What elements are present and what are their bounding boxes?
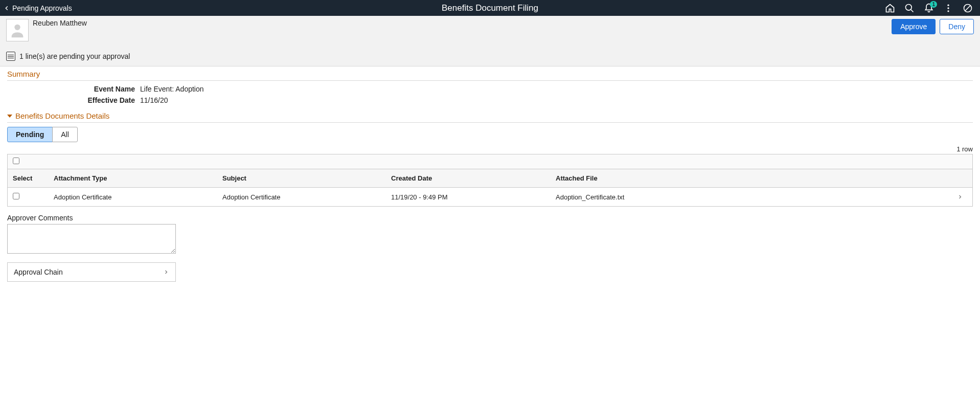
details-title: Benefits Documents Details <box>15 111 109 120</box>
svg-point-2 <box>947 4 949 6</box>
row-file: Adoption_Certificate.txt <box>551 188 952 206</box>
summary-event-row: Event Name Life Event: Adoption <box>7 85 973 93</box>
back-button[interactable]: Pending Approvals <box>3 4 72 12</box>
summary-date-row: Effective Date 11/16/20 <box>7 96 973 104</box>
row-subject: Adoption Certificate <box>217 188 386 206</box>
details-tabs: Pending All <box>7 127 973 142</box>
col-header-select: Select <box>8 169 49 187</box>
svg-point-7 <box>14 25 20 30</box>
search-button[interactable] <box>903 2 916 14</box>
event-name-label: Event Name <box>7 85 140 93</box>
select-all-checkbox[interactable] <box>13 158 19 164</box>
content: Summary Event Name Life Event: Adoption … <box>0 70 980 292</box>
table-row: Adoption Certificate Adoption Certificat… <box>8 188 972 206</box>
tab-pending[interactable]: Pending <box>7 127 53 142</box>
svg-line-1 <box>911 9 914 12</box>
approval-chain-chevron <box>163 269 169 275</box>
chevron-right-icon <box>957 194 963 200</box>
row-created: 11/19/20 - 9:49 PM <box>386 188 551 206</box>
documents-grid: Select Attachment Type Subject Created D… <box>7 154 973 207</box>
details-toggle[interactable]: Benefits Documents Details <box>7 111 973 120</box>
row-type: Adoption Certificate <box>49 188 217 206</box>
event-name-value: Life Event: Adoption <box>140 85 204 93</box>
subheader: Reuben Matthew Approve Deny 1 line(s) ar… <box>0 16 980 66</box>
chevron-left-icon <box>3 5 10 12</box>
row-checkbox[interactable] <box>13 193 19 199</box>
person-name: Reuben Matthew <box>33 19 87 27</box>
home-button[interactable] <box>884 2 896 14</box>
col-header-type: Attachment Type <box>49 169 217 187</box>
grid-selectall-row <box>8 154 972 169</box>
effective-date-label: Effective Date <box>7 96 140 104</box>
notifications-button[interactable]: 1 <box>923 2 935 14</box>
circle-slash-icon <box>963 3 973 13</box>
banner-actions: 1 <box>884 2 977 14</box>
more-button[interactable] <box>942 2 954 14</box>
person-row: Reuben Matthew Approve Deny <box>6 19 974 41</box>
kebab-icon <box>943 3 953 13</box>
svg-point-0 <box>906 4 912 10</box>
person-icon <box>9 21 26 39</box>
chevron-right-icon <box>163 269 169 275</box>
col-header-file: Attached File <box>551 169 952 187</box>
approve-button[interactable]: Approve <box>892 19 936 34</box>
search-icon <box>904 3 915 13</box>
home-icon <box>885 3 895 13</box>
svg-point-3 <box>947 7 949 9</box>
row-select-cell <box>8 188 49 206</box>
comments-textarea[interactable] <box>7 224 176 254</box>
pending-notice: 1 line(s) are pending your approval <box>19 52 130 60</box>
svg-line-6 <box>965 6 970 11</box>
summary-rule <box>7 80 973 81</box>
page-title: Benefits Document Filing <box>442 3 538 13</box>
pending-bar: 1 line(s) are pending your approval <box>6 47 974 66</box>
list-icon <box>6 52 15 61</box>
avatar <box>6 19 29 41</box>
effective-date-value: 11/16/20 <box>140 96 168 104</box>
deny-button[interactable]: Deny <box>940 19 974 34</box>
notification-badge: 1 <box>930 1 937 8</box>
tab-all[interactable]: All <box>52 127 78 142</box>
accessibility-button[interactable] <box>962 2 974 14</box>
col-header-arrow <box>952 169 972 187</box>
approval-chain-button[interactable]: Approval Chain <box>7 262 176 282</box>
svg-point-4 <box>947 10 949 12</box>
back-label: Pending Approvals <box>12 4 72 12</box>
comments-label: Approver Comments <box>7 214 973 222</box>
action-buttons: Approve Deny <box>892 19 974 34</box>
row-open[interactable] <box>952 189 972 205</box>
details-rule <box>7 122 973 123</box>
app-banner: Pending Approvals Benefits Document Fili… <box>0 0 980 16</box>
col-header-created: Created Date <box>386 169 551 187</box>
grid-header: Select Attachment Type Subject Created D… <box>8 169 972 188</box>
approval-chain-label: Approval Chain <box>14 268 63 276</box>
row-count: 1 row <box>7 145 973 153</box>
caret-down-icon <box>7 115 12 118</box>
summary-title: Summary <box>7 70 973 78</box>
col-header-subject: Subject <box>217 169 386 187</box>
